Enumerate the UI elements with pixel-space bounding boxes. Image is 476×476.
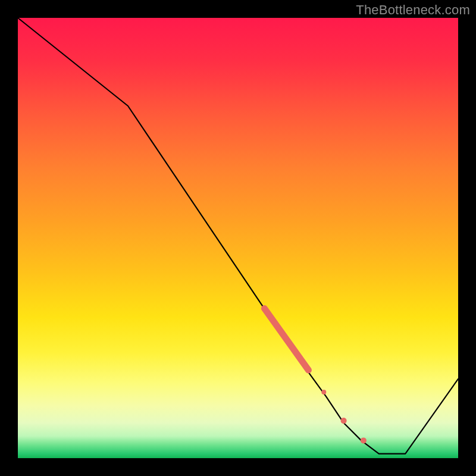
- chart-frame: TheBottleneck.com: [0, 0, 476, 476]
- highlight-segment: [264, 308, 308, 370]
- highlight-dot: [361, 437, 367, 443]
- highlight-dots: [321, 390, 367, 443]
- bottleneck-curve: [18, 18, 458, 454]
- chart-overlay: [18, 18, 458, 458]
- watermark-text: TheBottleneck.com: [356, 2, 470, 18]
- plot-area: [18, 18, 458, 458]
- highlight-dot: [341, 418, 347, 424]
- highlight-dot: [321, 390, 326, 394]
